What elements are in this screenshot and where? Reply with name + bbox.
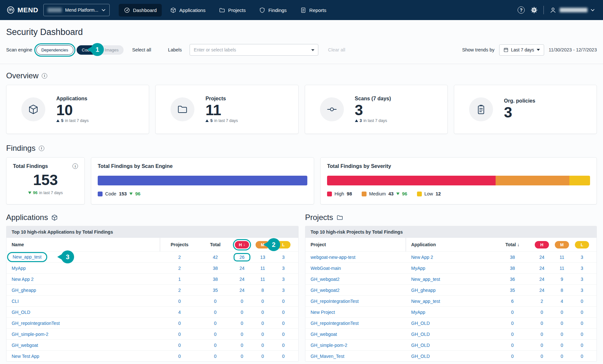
metric-link[interactable]: 0 <box>581 321 583 326</box>
metric-link[interactable]: 0 <box>561 354 563 359</box>
org-selector-dropdown[interactable]: Mend Platform... <box>43 4 110 16</box>
metric-link[interactable]: 0 <box>241 310 243 315</box>
project-name-link[interactable]: New Project <box>311 310 335 315</box>
metric-link[interactable]: 36 <box>510 277 515 282</box>
application-link[interactable]: New_app_test <box>411 299 440 304</box>
project-name-link[interactable]: GH_webgoat2 <box>311 277 340 282</box>
application-link[interactable]: New_app_test <box>411 277 440 282</box>
metric-link[interactable]: 24 <box>539 277 544 282</box>
metric-link[interactable]: 24 <box>539 288 544 293</box>
metric-link[interactable]: 11 <box>260 266 265 271</box>
metric-link[interactable]: 0 <box>561 310 563 315</box>
metric-link[interactable]: 0 <box>282 321 285 326</box>
engine-pill-dependencies[interactable]: Dependencies <box>36 45 73 55</box>
metric-link[interactable]: 0 <box>214 332 217 337</box>
metric-link[interactable]: 42 <box>213 255 218 260</box>
metric-link[interactable]: 9 <box>561 277 563 282</box>
metric-link[interactable]: 35 <box>510 288 515 293</box>
metric-link[interactable]: 0 <box>581 310 583 315</box>
metric-link[interactable]: 0 <box>282 343 285 348</box>
metric-link[interactable]: 0 <box>261 321 264 326</box>
metric-link[interactable]: 0 <box>541 354 543 359</box>
metric-link[interactable]: 0 <box>178 321 181 326</box>
app-name-link[interactable]: CLI <box>12 299 19 304</box>
metric-link[interactable]: 0 <box>178 354 181 359</box>
metric-link[interactable]: 3 <box>282 277 285 282</box>
user-menu[interactable] <box>550 7 595 14</box>
metric-link[interactable]: 3 <box>581 266 583 271</box>
metric-link[interactable]: 0 <box>214 310 217 315</box>
metric-link[interactable]: 38 <box>213 266 218 271</box>
project-name-link[interactable]: GH_repoIntegrationTest <box>311 321 359 326</box>
metric-link[interactable]: 0 <box>581 343 583 348</box>
project-name-link[interactable]: GH_Maven_Test <box>311 354 344 359</box>
metric-link[interactable]: 4 <box>178 310 181 315</box>
metric-link[interactable]: 0 <box>511 321 514 326</box>
labels-input[interactable] <box>190 44 318 56</box>
metric-link[interactable]: 0 <box>178 332 181 337</box>
application-link[interactable]: GH_gheapp <box>411 288 436 293</box>
project-name-link[interactable]: GH_webgoat2 <box>311 288 340 293</box>
metric-link[interactable]: 4 <box>561 299 563 304</box>
clear-all-link[interactable]: Clear all <box>328 47 345 52</box>
metric-link[interactable]: 0 <box>282 299 285 304</box>
metric-link-high[interactable]: 26 <box>234 253 250 261</box>
column-header-high[interactable]: H↓ <box>235 241 249 248</box>
metric-link[interactable]: 11 <box>560 266 565 271</box>
column-header-high[interactable]: H <box>535 241 549 248</box>
metric-link[interactable]: 0 <box>261 310 264 315</box>
project-name-link[interactable]: GH_webgoat <box>311 332 337 337</box>
mend-logo[interactable]: MEND <box>6 6 38 14</box>
metric-link[interactable]: 0 <box>561 343 563 348</box>
metric-link[interactable]: 0 <box>241 299 243 304</box>
settings-button[interactable] <box>531 6 538 14</box>
app-name-link[interactable]: GH_webgoat <box>12 343 38 348</box>
help-button[interactable]: ? <box>518 6 525 14</box>
metric-link[interactable]: 0 <box>282 332 285 337</box>
metric-link[interactable]: 11 <box>560 255 565 260</box>
metric-link[interactable]: 24 <box>239 288 245 293</box>
metric-link[interactable]: 0 <box>261 299 264 304</box>
column-header-medium[interactable]: M <box>555 241 569 248</box>
metric-link[interactable]: 2 <box>541 299 543 304</box>
column-header-application[interactable]: Application <box>406 238 493 251</box>
info-icon[interactable]: i <box>72 163 78 169</box>
application-link[interactable]: MyApp <box>411 266 425 271</box>
select-all-link[interactable]: Select all <box>132 47 151 52</box>
metric-link[interactable]: 0 <box>282 310 285 315</box>
metric-link[interactable]: 24 <box>539 255 544 260</box>
metric-link[interactable]: 0 <box>241 343 243 348</box>
metric-link[interactable]: 3 <box>282 288 285 293</box>
metric-link[interactable]: 0 <box>541 321 543 326</box>
application-link[interactable]: GH_OLD <box>411 321 430 326</box>
metric-link[interactable]: 0 <box>178 299 181 304</box>
metric-link[interactable]: 0 <box>541 343 543 348</box>
column-header-low[interactable]: L <box>575 241 589 248</box>
metric-link[interactable]: 0 <box>214 354 217 359</box>
metric-link[interactable]: 0 <box>581 299 583 304</box>
metric-link[interactable]: 0 <box>241 332 243 337</box>
nav-item-applications[interactable]: Applications <box>165 4 211 17</box>
metric-link[interactable]: 0 <box>511 343 514 348</box>
application-link[interactable]: MyApp <box>411 310 425 315</box>
info-icon[interactable]: i <box>42 73 47 79</box>
metric-link[interactable]: 24 <box>539 266 544 271</box>
metric-link[interactable]: 8 <box>261 288 264 293</box>
nav-item-dashboard[interactable]: Dashboard <box>119 4 162 17</box>
application-link[interactable]: GH_OLD <box>411 332 430 337</box>
column-header-total[interactable]: Total↓ <box>493 242 532 247</box>
metric-link[interactable]: 0 <box>178 343 181 348</box>
metric-link[interactable]: 11 <box>260 277 265 282</box>
metric-link[interactable]: 0 <box>541 332 543 337</box>
column-header-project[interactable]: Project <box>305 238 406 251</box>
nav-item-findings[interactable]: Findings <box>254 4 292 17</box>
app-name-link[interactable]: New_app_test <box>7 252 47 262</box>
metric-link[interactable]: 0 <box>511 310 514 315</box>
metric-link[interactable]: 0 <box>261 354 264 359</box>
column-header-total[interactable]: Total <box>199 242 232 247</box>
metric-link[interactable]: 0 <box>214 321 217 326</box>
column-header-name[interactable]: Name <box>6 238 160 251</box>
metric-link[interactable]: 2 <box>178 255 181 260</box>
metric-link[interactable]: 0 <box>511 332 514 337</box>
app-name-link[interactable]: GH_OLD <box>12 310 30 315</box>
